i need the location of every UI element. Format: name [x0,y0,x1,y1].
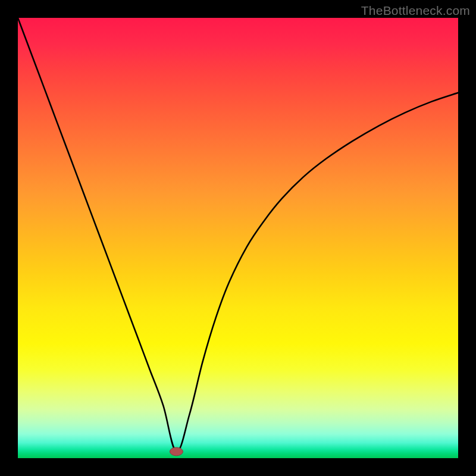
plot-area [18,18,458,458]
chart-svg [18,18,458,458]
minimum-marker [170,447,183,456]
bottleneck-curve [18,18,458,452]
chart-frame: TheBottleneck.com [0,0,476,476]
watermark-text: TheBottleneck.com [361,4,470,18]
